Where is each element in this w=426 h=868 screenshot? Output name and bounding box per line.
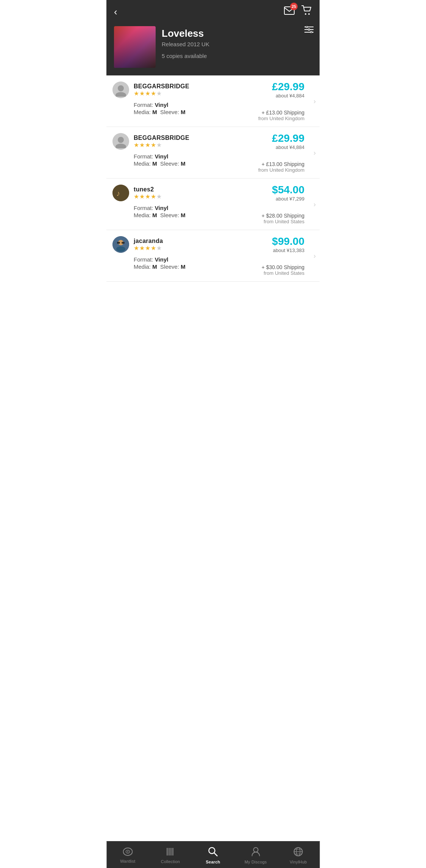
album-subtitle: Released 2012 UK — [162, 41, 312, 47]
notifications-button[interactable]: 25 — [284, 6, 295, 17]
chevron-right-icon: › — [314, 252, 316, 260]
listing-price: $99.00 — [272, 236, 304, 247]
svg-point-1 — [305, 13, 306, 15]
seller-avatar: ♪ — [112, 185, 129, 201]
seller-stars: ★★★★★ — [134, 90, 189, 97]
svg-point-10 — [115, 92, 126, 97]
album-header: Loveless Released 2012 UK 5 copies avail… — [106, 22, 320, 75]
price-column: $99.00 about ¥13,383 — [272, 236, 314, 253]
price-approx: about ¥4,884 — [272, 93, 304, 99]
price-column: £29.99 about ¥4,884 — [272, 81, 314, 99]
svg-rect-8 — [311, 31, 312, 33]
seller-name: jacaranda — [134, 238, 163, 244]
seller-avatar — [112, 133, 129, 150]
listing-item[interactable]: ♪ tunes2 ★★★★★ $54.00 about ¥7,299 Forma… — [106, 179, 320, 230]
shipping-info: + $30.00 Shipping from United States — [262, 264, 314, 276]
listing-price: £29.99 — [272, 81, 304, 92]
album-art — [114, 26, 156, 68]
listing-item[interactable]: jacaranda ★★★★★ $99.00 about ¥13,383 For… — [106, 230, 320, 282]
shipping-info: + £13.00 Shipping from United Kingdom — [258, 161, 314, 173]
seller-stars: ★★★★★ — [134, 193, 162, 200]
price-column: $54.00 about ¥7,299 — [272, 185, 314, 202]
shipping-info: + $28.00 Shipping from United States — [262, 213, 314, 224]
svg-rect-13 — [112, 185, 129, 201]
seller-avatar — [112, 236, 129, 253]
filter-button[interactable] — [304, 26, 314, 35]
shipping-info: + £13.00 Shipping from United Kingdom — [258, 110, 314, 121]
svg-rect-6 — [306, 26, 307, 28]
format-row: Format: Vinyl — [134, 102, 314, 108]
media-row: Media: M Sleeve: M — [134, 160, 186, 167]
svg-rect-18 — [122, 242, 125, 244]
seller-name: BEGGARSBRIDGE — [134, 83, 189, 90]
svg-point-12 — [115, 144, 126, 148]
price-column: £29.99 about ¥4,884 — [272, 133, 314, 150]
seller-name: tunes2 — [134, 186, 162, 193]
top-header: ‹ 25 — [106, 0, 320, 22]
listing-price: £29.99 — [272, 133, 304, 144]
svg-point-2 — [308, 13, 310, 15]
media-row: Media: M Sleeve: M — [134, 109, 186, 115]
album-copies: 5 copies available — [162, 53, 312, 59]
seller-stars: ★★★★★ — [134, 141, 189, 149]
cart-button[interactable] — [301, 5, 312, 18]
svg-text:♪: ♪ — [116, 189, 120, 197]
media-row: Media: M Sleeve: M — [134, 263, 186, 270]
filter-icon — [304, 26, 314, 33]
back-button[interactable]: ‹ — [114, 7, 117, 17]
notification-badge: 25 — [290, 3, 298, 10]
price-approx: about ¥7,299 — [272, 196, 304, 202]
seller-avatar — [112, 81, 129, 98]
listing-item[interactable]: BEGGARSBRIDGE ★★★★★ £29.99 about ¥4,884 … — [106, 75, 320, 127]
svg-rect-17 — [117, 242, 120, 244]
listings-container: BEGGARSBRIDGE ★★★★★ £29.99 about ¥4,884 … — [106, 75, 320, 282]
listing-item[interactable]: BEGGARSBRIDGE ★★★★★ £29.99 about ¥4,884 … — [106, 127, 320, 179]
format-row: Format: Vinyl — [134, 256, 314, 263]
price-approx: about ¥13,383 — [272, 248, 304, 253]
price-approx: about ¥4,884 — [272, 144, 304, 150]
chevron-right-icon: › — [314, 149, 316, 157]
listing-price: $54.00 — [272, 185, 304, 195]
svg-point-19 — [116, 246, 125, 252]
svg-point-9 — [118, 85, 124, 91]
chevron-right-icon: › — [314, 97, 316, 105]
svg-rect-7 — [308, 29, 310, 30]
svg-point-11 — [118, 137, 124, 143]
seller-name: BEGGARSBRIDGE — [134, 135, 189, 141]
media-row: Media: M Sleeve: M — [134, 212, 186, 218]
cart-icon — [301, 5, 312, 15]
chevron-right-icon: › — [314, 200, 316, 208]
album-title: Loveless — [162, 28, 312, 39]
seller-stars: ★★★★★ — [134, 244, 163, 252]
album-info: Loveless Released 2012 UK 5 copies avail… — [162, 26, 312, 59]
format-row: Format: Vinyl — [134, 153, 314, 160]
format-row: Format: Vinyl — [134, 205, 314, 211]
